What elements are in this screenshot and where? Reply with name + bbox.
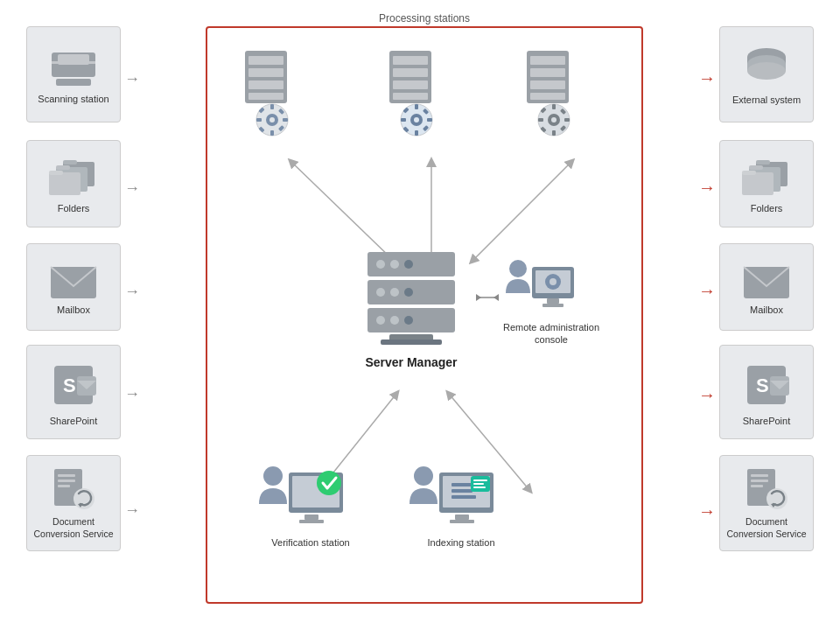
- double-arrow-icon: [474, 284, 500, 311]
- svg-rect-44: [248, 56, 284, 65]
- svg-rect-69: [401, 118, 406, 122]
- remote-console-label: Remote administration console: [499, 321, 604, 346]
- folders-left-icon: [47, 155, 100, 199]
- mailbox-right-box: Mailbox: [719, 243, 814, 331]
- svg-rect-46: [248, 80, 284, 89]
- svg-rect-135: [473, 480, 487, 481]
- sharepoint-right-box: S SharePoint: [719, 345, 814, 439]
- arrow-right-folders: →: [698, 178, 716, 198]
- indexing-station-icon: [404, 464, 500, 534]
- svg-rect-18: [58, 485, 70, 487]
- svg-rect-45: [248, 68, 284, 77]
- doc-conversion-right-label: DocumentConversion Service: [726, 516, 806, 540]
- svg-point-82: [551, 117, 556, 122]
- svg-rect-76: [530, 56, 565, 65]
- svg-rect-77: [530, 68, 565, 77]
- scanning-station-box: Scanning station: [26, 26, 121, 122]
- svg-rect-9: [49, 171, 63, 175]
- folders-left-box: Folders: [26, 140, 121, 228]
- arrow-sharepoint: →: [124, 385, 140, 403]
- sharepoint-left-box: S SharePoint: [26, 345, 121, 439]
- svg-point-99: [404, 260, 413, 269]
- svg-rect-39: [751, 480, 768, 482]
- svg-text:S: S: [756, 374, 769, 396]
- sharepoint-left-icon: S: [47, 359, 100, 411]
- svg-rect-130: [450, 520, 474, 523]
- svg-rect-68: [415, 130, 418, 136]
- verification-station-label: Verification station: [254, 537, 368, 548]
- svg-rect-124: [299, 520, 324, 523]
- gear-1-icon: [256, 103, 289, 136]
- svg-point-106: [390, 316, 399, 325]
- verification-station-container: Verification station: [254, 464, 368, 548]
- svg-point-119: [550, 278, 556, 285]
- svg-point-125: [317, 471, 341, 495]
- svg-rect-123: [304, 514, 318, 520]
- arrow-mailbox: →: [124, 283, 140, 301]
- svg-text:S: S: [63, 374, 76, 396]
- server-manager-container: [363, 252, 459, 366]
- mailbox-right-label: Mailbox: [750, 304, 783, 316]
- processing-server-1: [238, 51, 294, 136]
- processing-stations-label: Processing stations: [374, 12, 475, 24]
- svg-point-50: [270, 117, 275, 122]
- svg-rect-8: [49, 172, 80, 195]
- svg-rect-5: [63, 160, 77, 164]
- server-manager-icon: [363, 252, 459, 366]
- folders-left-label: Folders: [58, 202, 90, 214]
- svg-rect-67: [415, 104, 418, 109]
- svg-point-25: [747, 62, 786, 80]
- external-system-label: External system: [732, 94, 801, 106]
- doc-conversion-left-label: DocumentConversion Service: [33, 516, 113, 540]
- sharepoint-right-label: SharePoint: [743, 415, 790, 427]
- svg-point-126: [414, 466, 433, 486]
- svg-rect-85: [538, 118, 543, 122]
- remote-console-container: Remote administration console: [499, 258, 604, 346]
- svg-rect-136: [473, 483, 484, 485]
- folders-right-box: Folders: [719, 140, 814, 228]
- doc-conversion-left-icon: [49, 467, 98, 513]
- architecture-diagram: Processing stations Scanning station Fol…: [0, 0, 840, 630]
- mailbox-right-icon: [740, 260, 793, 300]
- svg-rect-62: [393, 80, 428, 89]
- svg-point-120: [263, 466, 283, 486]
- sharepoint-right-icon: S: [740, 359, 793, 411]
- arrow-scanning: →: [124, 70, 140, 88]
- svg-rect-109: [381, 340, 442, 345]
- scanner-icon: [47, 46, 100, 89]
- server-manager-label: Server Manager: [341, 355, 481, 369]
- svg-rect-129: [455, 514, 469, 520]
- gear-3-icon: [537, 103, 570, 136]
- processing-server-2: [382, 51, 438, 136]
- sharepoint-left-label: SharePoint: [50, 415, 97, 427]
- folders-right-label: Folders: [751, 202, 783, 214]
- svg-rect-7: [56, 165, 70, 170]
- svg-rect-3: [58, 54, 89, 65]
- doc-conversion-right-icon: [742, 467, 791, 513]
- svg-rect-2: [56, 79, 91, 86]
- svg-point-113: [509, 260, 527, 277]
- svg-point-98: [390, 260, 399, 269]
- svg-rect-27: [756, 160, 770, 164]
- svg-rect-30: [742, 172, 774, 195]
- svg-rect-117: [542, 304, 564, 307]
- svg-rect-83: [552, 104, 556, 109]
- svg-marker-111: [476, 294, 481, 301]
- svg-rect-51: [270, 104, 274, 109]
- svg-point-97: [376, 260, 385, 269]
- svg-rect-38: [751, 474, 768, 477]
- arrow-right-docconversion: →: [698, 501, 716, 522]
- svg-rect-86: [564, 118, 570, 122]
- svg-rect-17: [58, 480, 75, 482]
- svg-rect-31: [742, 171, 756, 175]
- doc-conversion-left-box: DocumentConversion Service: [26, 455, 121, 551]
- svg-rect-78: [530, 80, 565, 89]
- processing-server-3: [520, 51, 576, 136]
- external-system-icon: [742, 45, 791, 90]
- svg-rect-137: [473, 486, 486, 488]
- svg-rect-53: [256, 118, 262, 122]
- mailbox-left-icon: [47, 260, 100, 300]
- mailbox-left-box: Mailbox: [26, 243, 121, 331]
- arrow-right-sharepoint: →: [698, 385, 716, 405]
- arrow-right-external: →: [698, 68, 716, 88]
